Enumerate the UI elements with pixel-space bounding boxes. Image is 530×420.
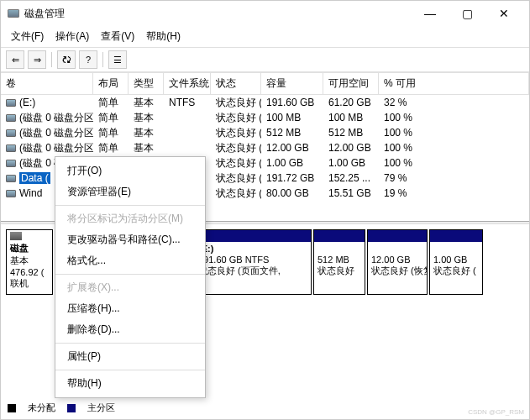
legend-primary-swatch [67, 404, 76, 412]
disk-size: 476.92 ( [10, 267, 49, 277]
col-status[interactable]: 状态 [211, 73, 261, 94]
ctx-extend: 扩展卷(X)... [55, 277, 205, 298]
volume-icon [6, 190, 16, 197]
col-volume[interactable]: 卷 [1, 73, 93, 94]
ctx-format[interactable]: 格式化... [55, 250, 205, 271]
ctx-change-drive[interactable]: 更改驱动器号和路径(C)... [55, 229, 205, 250]
volume-icon [6, 175, 16, 182]
volume-row[interactable]: (磁盘 0 磁盘分区 7)简单基本状态良好 (...12.00 GB12.00 … [1, 140, 529, 155]
col-type[interactable]: 类型 [129, 73, 164, 94]
col-layout[interactable]: 布局 [93, 73, 129, 94]
toolbar-list-button[interactable]: ☰ [108, 50, 127, 69]
volume-name: (E:) [19, 97, 35, 108]
legend-unallocated: 未分配 [28, 402, 55, 414]
ctx-properties[interactable]: 属性(P) [55, 346, 205, 367]
volume-name: Data ( [19, 172, 50, 184]
volume-name: (磁盘 0 磁盘分区 7) [19, 141, 93, 155]
menu-view[interactable]: 查看(V) [96, 28, 139, 45]
toolbar-back-button[interactable]: ⇐ [6, 50, 24, 69]
disk-name: 磁盘 [10, 242, 49, 255]
toolbar-help-button[interactable]: ? [79, 50, 97, 69]
toolbar-refresh-button[interactable]: 🗘 [57, 50, 76, 69]
col-filesystem[interactable]: 文件系统 [164, 73, 211, 94]
disk-info[interactable]: 磁盘 基本 476.92 ( 联机 [6, 229, 53, 295]
ctx-shrink[interactable]: 压缩卷(H)... [55, 298, 205, 319]
maximize-button[interactable]: ▢ [449, 1, 485, 26]
minimize-button[interactable]: — [412, 1, 449, 26]
col-percent[interactable]: % 可用 [379, 73, 529, 94]
partition[interactable]: 12.00 GB状态良好 (恢复 [367, 229, 428, 295]
volume-row[interactable]: (磁盘 0 磁盘分区 6)简单基本状态良好 (...512 MB512 MB10… [1, 125, 529, 140]
legend-unallocated-swatch [8, 404, 16, 412]
volume-name: (磁盘 0 磁盘分区 6) [19, 126, 93, 140]
disk-type: 基本 [10, 255, 49, 267]
ctx-mark-active: 将分区标记为活动分区(M) [55, 208, 205, 229]
ctx-explorer[interactable]: 资源管理器(E) [55, 181, 205, 202]
legend-primary: 主分区 [87, 402, 115, 414]
disk-status: 联机 [10, 277, 49, 290]
volume-icon [6, 144, 16, 152]
toolbar-forward-button[interactable]: ⇒ [28, 50, 46, 69]
close-button[interactable]: ✕ [485, 1, 522, 26]
watermark: CSDN @GP_RSM [468, 408, 524, 416]
window-title: 磁盘管理 [24, 7, 65, 21]
col-capacity[interactable]: 容量 [261, 73, 323, 94]
volume-icon [6, 114, 16, 122]
context-menu: 打开(O) 资源管理器(E) 将分区标记为活动分区(M) 更改驱动器号和路径(C… [55, 156, 206, 398]
ctx-help[interactable]: 帮助(H) [55, 373, 205, 394]
partition[interactable]: (E:)191.60 GB NTFS状态良好 (页面文件, [194, 229, 312, 295]
disk-icon [10, 232, 22, 240]
app-icon [8, 9, 19, 18]
volume-row[interactable]: (磁盘 0 磁盘分区 1)简单基本状态良好 (...100 MB100 MB10… [1, 110, 529, 125]
volume-name: (磁盘 0 磁盘分区 1) [19, 111, 93, 125]
volume-icon [6, 99, 16, 107]
menu-file[interactable]: 文件(F) [6, 28, 49, 45]
volume-icon [6, 160, 16, 167]
menu-action[interactable]: 操作(A) [50, 28, 94, 45]
volume-row[interactable]: (E:)简单基本NTFS状态良好 (...191.60 GB61.20 GB32… [1, 95, 529, 110]
partition[interactable]: 1.00 GB状态良好 ( [429, 229, 483, 295]
menu-help[interactable]: 帮助(H) [141, 28, 186, 45]
partition[interactable]: 512 MB状态良好 [313, 229, 365, 295]
ctx-open[interactable]: 打开(O) [55, 160, 205, 181]
volume-icon [6, 129, 16, 137]
volume-name: Wind [19, 187, 42, 199]
col-free[interactable]: 可用空间 [323, 73, 379, 94]
ctx-delete[interactable]: 删除卷(D)... [55, 319, 205, 340]
